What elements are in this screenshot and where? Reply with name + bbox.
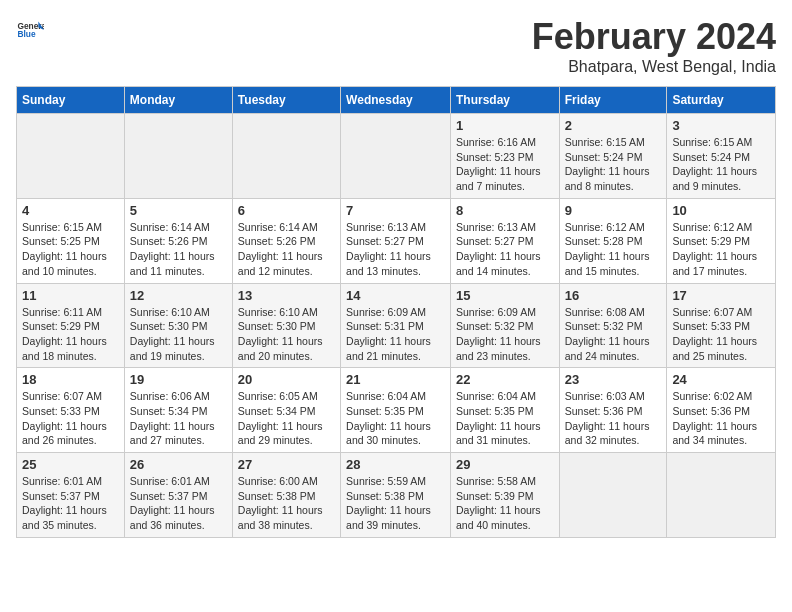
calendar-cell: 29 Sunrise: 5:58 AM Sunset: 5:39 PM Dayl… xyxy=(450,453,559,538)
day-number: 19 xyxy=(130,372,227,387)
day-number: 16 xyxy=(565,288,662,303)
day-info: Sunrise: 6:15 AM Sunset: 5:24 PM Dayligh… xyxy=(565,135,662,194)
calendar-cell: 22 Sunrise: 6:04 AM Sunset: 5:35 PM Dayl… xyxy=(450,368,559,453)
day-number: 26 xyxy=(130,457,227,472)
day-number: 6 xyxy=(238,203,335,218)
day-number: 29 xyxy=(456,457,554,472)
day-info: Sunrise: 6:02 AM Sunset: 5:36 PM Dayligh… xyxy=(672,389,770,448)
calendar-cell: 24 Sunrise: 6:02 AM Sunset: 5:36 PM Dayl… xyxy=(667,368,776,453)
day-number: 21 xyxy=(346,372,445,387)
day-number: 9 xyxy=(565,203,662,218)
calendar-cell: 4 Sunrise: 6:15 AM Sunset: 5:25 PM Dayli… xyxy=(17,198,125,283)
day-info: Sunrise: 6:09 AM Sunset: 5:31 PM Dayligh… xyxy=(346,305,445,364)
day-number: 5 xyxy=(130,203,227,218)
subtitle: Bhatpara, West Bengal, India xyxy=(532,58,776,76)
day-number: 12 xyxy=(130,288,227,303)
day-info: Sunrise: 6:10 AM Sunset: 5:30 PM Dayligh… xyxy=(238,305,335,364)
day-number: 25 xyxy=(22,457,119,472)
calendar-cell: 21 Sunrise: 6:04 AM Sunset: 5:35 PM Dayl… xyxy=(341,368,451,453)
calendar-cell: 18 Sunrise: 6:07 AM Sunset: 5:33 PM Dayl… xyxy=(17,368,125,453)
calendar-week-5: 25 Sunrise: 6:01 AM Sunset: 5:37 PM Dayl… xyxy=(17,453,776,538)
day-number: 28 xyxy=(346,457,445,472)
day-number: 1 xyxy=(456,118,554,133)
day-header-thursday: Thursday xyxy=(450,87,559,114)
calendar-cell: 26 Sunrise: 6:01 AM Sunset: 5:37 PM Dayl… xyxy=(124,453,232,538)
main-title: February 2024 xyxy=(532,16,776,58)
day-info: Sunrise: 6:09 AM Sunset: 5:32 PM Dayligh… xyxy=(456,305,554,364)
day-info: Sunrise: 6:12 AM Sunset: 5:28 PM Dayligh… xyxy=(565,220,662,279)
title-area: February 2024 Bhatpara, West Bengal, Ind… xyxy=(532,16,776,76)
calendar-body: 1 Sunrise: 6:16 AM Sunset: 5:23 PM Dayli… xyxy=(17,114,776,538)
calendar-cell: 2 Sunrise: 6:15 AM Sunset: 5:24 PM Dayli… xyxy=(559,114,667,199)
calendar-cell: 8 Sunrise: 6:13 AM Sunset: 5:27 PM Dayli… xyxy=(450,198,559,283)
calendar-cell: 28 Sunrise: 5:59 AM Sunset: 5:38 PM Dayl… xyxy=(341,453,451,538)
calendar-cell: 10 Sunrise: 6:12 AM Sunset: 5:29 PM Dayl… xyxy=(667,198,776,283)
day-number: 13 xyxy=(238,288,335,303)
calendar-cell: 17 Sunrise: 6:07 AM Sunset: 5:33 PM Dayl… xyxy=(667,283,776,368)
day-number: 3 xyxy=(672,118,770,133)
calendar-cell: 23 Sunrise: 6:03 AM Sunset: 5:36 PM Dayl… xyxy=(559,368,667,453)
calendar-cell xyxy=(17,114,125,199)
day-info: Sunrise: 6:01 AM Sunset: 5:37 PM Dayligh… xyxy=(130,474,227,533)
calendar-week-2: 4 Sunrise: 6:15 AM Sunset: 5:25 PM Dayli… xyxy=(17,198,776,283)
header: General Blue February 2024 Bhatpara, Wes… xyxy=(16,16,776,76)
calendar-cell: 19 Sunrise: 6:06 AM Sunset: 5:34 PM Dayl… xyxy=(124,368,232,453)
day-number: 7 xyxy=(346,203,445,218)
calendar-cell xyxy=(559,453,667,538)
day-info: Sunrise: 6:05 AM Sunset: 5:34 PM Dayligh… xyxy=(238,389,335,448)
day-number: 11 xyxy=(22,288,119,303)
day-number: 10 xyxy=(672,203,770,218)
calendar-cell xyxy=(341,114,451,199)
calendar-cell: 15 Sunrise: 6:09 AM Sunset: 5:32 PM Dayl… xyxy=(450,283,559,368)
day-info: Sunrise: 6:00 AM Sunset: 5:38 PM Dayligh… xyxy=(238,474,335,533)
calendar-week-1: 1 Sunrise: 6:16 AM Sunset: 5:23 PM Dayli… xyxy=(17,114,776,199)
calendar-cell: 14 Sunrise: 6:09 AM Sunset: 5:31 PM Dayl… xyxy=(341,283,451,368)
calendar-table: SundayMondayTuesdayWednesdayThursdayFrid… xyxy=(16,86,776,538)
day-info: Sunrise: 6:04 AM Sunset: 5:35 PM Dayligh… xyxy=(346,389,445,448)
day-info: Sunrise: 6:15 AM Sunset: 5:25 PM Dayligh… xyxy=(22,220,119,279)
day-number: 15 xyxy=(456,288,554,303)
day-header-saturday: Saturday xyxy=(667,87,776,114)
day-info: Sunrise: 6:06 AM Sunset: 5:34 PM Dayligh… xyxy=(130,389,227,448)
day-info: Sunrise: 6:03 AM Sunset: 5:36 PM Dayligh… xyxy=(565,389,662,448)
day-number: 24 xyxy=(672,372,770,387)
calendar-cell: 25 Sunrise: 6:01 AM Sunset: 5:37 PM Dayl… xyxy=(17,453,125,538)
day-header-tuesday: Tuesday xyxy=(232,87,340,114)
day-header-monday: Monday xyxy=(124,87,232,114)
calendar-cell xyxy=(232,114,340,199)
calendar-header-row: SundayMondayTuesdayWednesdayThursdayFrid… xyxy=(17,87,776,114)
calendar-cell: 1 Sunrise: 6:16 AM Sunset: 5:23 PM Dayli… xyxy=(450,114,559,199)
day-info: Sunrise: 6:07 AM Sunset: 5:33 PM Dayligh… xyxy=(672,305,770,364)
day-info: Sunrise: 6:11 AM Sunset: 5:29 PM Dayligh… xyxy=(22,305,119,364)
day-number: 4 xyxy=(22,203,119,218)
calendar-cell: 12 Sunrise: 6:10 AM Sunset: 5:30 PM Dayl… xyxy=(124,283,232,368)
day-number: 14 xyxy=(346,288,445,303)
calendar-cell xyxy=(124,114,232,199)
calendar-week-3: 11 Sunrise: 6:11 AM Sunset: 5:29 PM Dayl… xyxy=(17,283,776,368)
day-info: Sunrise: 6:07 AM Sunset: 5:33 PM Dayligh… xyxy=(22,389,119,448)
day-number: 2 xyxy=(565,118,662,133)
day-header-wednesday: Wednesday xyxy=(341,87,451,114)
logo: General Blue xyxy=(16,16,44,44)
calendar-cell: 7 Sunrise: 6:13 AM Sunset: 5:27 PM Dayli… xyxy=(341,198,451,283)
calendar-cell: 13 Sunrise: 6:10 AM Sunset: 5:30 PM Dayl… xyxy=(232,283,340,368)
day-number: 18 xyxy=(22,372,119,387)
calendar-week-4: 18 Sunrise: 6:07 AM Sunset: 5:33 PM Dayl… xyxy=(17,368,776,453)
day-info: Sunrise: 6:12 AM Sunset: 5:29 PM Dayligh… xyxy=(672,220,770,279)
calendar-cell xyxy=(667,453,776,538)
day-number: 23 xyxy=(565,372,662,387)
calendar-cell: 20 Sunrise: 6:05 AM Sunset: 5:34 PM Dayl… xyxy=(232,368,340,453)
day-info: Sunrise: 6:01 AM Sunset: 5:37 PM Dayligh… xyxy=(22,474,119,533)
day-info: Sunrise: 5:58 AM Sunset: 5:39 PM Dayligh… xyxy=(456,474,554,533)
day-info: Sunrise: 5:59 AM Sunset: 5:38 PM Dayligh… xyxy=(346,474,445,533)
calendar-cell: 5 Sunrise: 6:14 AM Sunset: 5:26 PM Dayli… xyxy=(124,198,232,283)
calendar-cell: 3 Sunrise: 6:15 AM Sunset: 5:24 PM Dayli… xyxy=(667,114,776,199)
day-header-sunday: Sunday xyxy=(17,87,125,114)
logo-icon: General Blue xyxy=(16,16,44,44)
day-info: Sunrise: 6:04 AM Sunset: 5:35 PM Dayligh… xyxy=(456,389,554,448)
day-number: 22 xyxy=(456,372,554,387)
calendar-cell: 9 Sunrise: 6:12 AM Sunset: 5:28 PM Dayli… xyxy=(559,198,667,283)
day-info: Sunrise: 6:08 AM Sunset: 5:32 PM Dayligh… xyxy=(565,305,662,364)
day-info: Sunrise: 6:14 AM Sunset: 5:26 PM Dayligh… xyxy=(130,220,227,279)
day-info: Sunrise: 6:16 AM Sunset: 5:23 PM Dayligh… xyxy=(456,135,554,194)
